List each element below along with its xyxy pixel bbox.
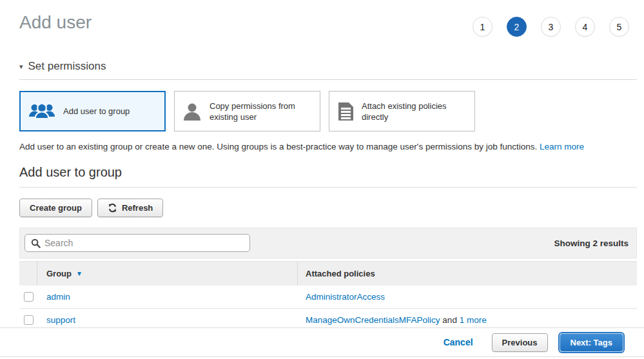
policy-join-text: and [442, 315, 457, 325]
card-label-copy-permissions: Copy permissions from existing user [210, 101, 309, 122]
refresh-label: Refresh [122, 203, 153, 213]
column-header-group[interactable]: Group ▼ [37, 262, 298, 286]
cancel-button[interactable]: Cancel [444, 337, 473, 347]
step-indicator-3: 3 [541, 17, 561, 37]
table-row-admin: admin AdministratorAccess [19, 286, 637, 309]
search-input[interactable] [44, 238, 244, 248]
table-header-row: Group ▼ Attached policies [19, 261, 637, 286]
header-checkbox-cell [19, 262, 37, 286]
row-checkbox-admin[interactable] [24, 292, 34, 302]
set-permissions-section-header[interactable]: ▾ Set permissions [19, 60, 637, 80]
group-column-label: Group [46, 269, 72, 278]
policy-link-administratoraccess[interactable]: AdministratorAccess [306, 292, 385, 302]
card-label-attach-policies: Attach existing policies directly [362, 101, 462, 122]
step-indicator-1: 1 [473, 17, 493, 37]
next-tags-button[interactable]: Next: Tags [560, 333, 624, 352]
policy-link-manageowncredentials[interactable]: ManageOwnCredentialsMFAPolicy [306, 315, 440, 325]
card-attach-policies[interactable]: Attach existing policies directly [329, 91, 475, 131]
search-box[interactable] [24, 234, 250, 252]
page-title: Add user [19, 12, 92, 34]
single-user-icon [182, 102, 202, 121]
user-group-icon [28, 102, 55, 120]
previous-button[interactable]: Previous [492, 333, 548, 352]
step-indicator-4: 4 [575, 17, 595, 37]
add-user-wizard-page: Add user 1 2 3 4 5 ▾ Set permissions [0, 12, 644, 332]
row-checkbox-support[interactable] [24, 315, 34, 325]
set-permissions-title: Set permissions [28, 60, 106, 73]
card-copy-permissions[interactable]: Copy permissions from existing user [174, 91, 320, 131]
sort-descending-icon: ▼ [76, 270, 83, 277]
create-group-button[interactable]: Create group [19, 199, 92, 217]
step-indicator-2-active: 2 [507, 17, 527, 37]
group-link-support[interactable]: support [46, 315, 75, 325]
collapse-triangle-icon: ▾ [19, 63, 23, 71]
refresh-button[interactable]: Refresh [97, 199, 163, 217]
wizard-footer: Cancel Previous Next: Tags [0, 327, 644, 357]
step-indicator-5: 5 [609, 17, 629, 37]
permission-option-cards: Add user to group Copy permissions from … [19, 91, 637, 131]
policy-document-icon [337, 102, 354, 121]
card-add-user-to-group[interactable]: Add user to group [19, 91, 166, 131]
description-text: Add user to an existing group or create … [19, 142, 537, 151]
table-toolbar: Showing 2 results [19, 228, 637, 258]
refresh-icon [108, 203, 117, 213]
add-user-to-group-title: Add user to group [19, 165, 637, 188]
wizard-step-indicator: 1 2 3 4 5 [473, 17, 629, 37]
card-label-add-user-to-group: Add user to group [63, 106, 130, 117]
page-header: Add user 1 2 3 4 5 [19, 12, 637, 37]
table-actions: Create group Refresh [19, 199, 637, 217]
learn-more-link[interactable]: Learn more [540, 142, 584, 151]
groups-table: Showing 2 results Group ▼ Attached polic… [19, 228, 637, 332]
search-icon [31, 238, 41, 248]
group-link-admin[interactable]: admin [46, 292, 70, 302]
column-header-attached-policies[interactable]: Attached policies [298, 262, 637, 286]
section-description: Add user to an existing group or create … [19, 142, 637, 151]
more-policies-link[interactable]: 1 more [460, 315, 487, 325]
results-count: Showing 2 results [554, 238, 629, 248]
